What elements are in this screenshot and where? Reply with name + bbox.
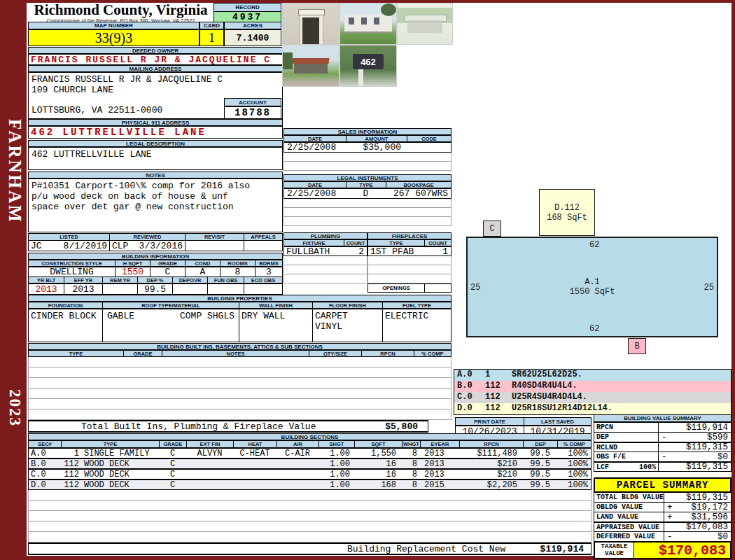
instr-date: 2/25/2008 [284,189,346,198]
code-sec: B.0 [454,381,485,392]
building-info-values-2: 2013 2013 99.5 [28,284,283,295]
reviewed-by: CLP [112,241,128,251]
map-number-label: MAP NUMBER [28,22,200,29]
construction-style-value: DWELLING [29,267,115,276]
row-rpcn: $210 [459,470,523,479]
section-empty-row [28,522,592,532]
sketch-section-a: 62 25 25 62 A.1 1550 SqFt [466,237,718,337]
fireplaces-empty-row [368,256,451,265]
row-shgt: 1.00 [318,480,354,489]
building-section-row: B.0 112WOOD DECK C 1.00 16 8 2013 $210 9… [28,458,592,469]
appeals-value [244,241,282,251]
building-section-row: C.0 112WOOD DECK C 1.00 16 8 2013 $210 9… [28,469,592,479]
section-empty-row [28,532,592,542]
rpcn-label: RPCN [459,441,523,447]
parcel-sign: + [667,512,673,522]
row-type-code: 112 [61,459,79,468]
remyr-label: REM YR [102,277,137,283]
built-ins-empty-row [28,357,451,368]
sketch-c-label: C [489,224,494,234]
photo-carport[interactable] [397,3,453,45]
built-ins-empty-row [28,368,451,378]
row-eyear: 2015 [420,480,459,489]
row-whgt: 8 [402,459,420,468]
building-section-row: A.0 1SINGLE FAMILY C ALVYN C-HEAT C-AIR … [28,448,592,458]
row-rpcn: $2,205 [459,480,523,489]
photo-outbuilding[interactable] [282,45,340,87]
floor-finish-label: FLOOR FINISH [312,302,382,308]
photo-mailbox[interactable]: 462 [340,45,397,87]
bdrms-value: 3 [255,267,282,276]
bi-notes-label: NOTES [162,351,309,356]
heat-label: HEAT [233,441,276,447]
legal-description-label: LEGAL DESCRIPTION [28,140,283,147]
fireplace-type-value: 1ST PFAB [368,247,424,255]
parcel-value: $0 [718,532,728,541]
map-number-value: 33(9)3 [28,29,200,46]
parcel-label: OBLDG VALUE [594,503,664,512]
row-heat [233,470,276,479]
bvs-sign: - [662,452,667,461]
row-type-code: 1 [61,449,79,458]
mailbox-number: 462 [353,54,384,69]
legal-instruments-band: LEGAL INSTRUMENTS [284,174,451,181]
red-roof [292,58,329,64]
depovr-label: DEPOVR [172,277,207,283]
roof-material-value: COMP SHGLS [180,311,234,321]
row-extfin [186,480,233,489]
tree [283,52,293,69]
building-value-summary-band: BUILDING VALUE SUMMARY [594,414,732,422]
hsqft-label: H SQFT [115,260,150,266]
photo-house-front[interactable] [340,3,397,45]
section-empty-row [28,500,592,511]
row-shgt: 1.00 [318,449,354,458]
sketch-codes: A.0 1 SR62U25L62D25. B.0 112 R40SD4R4U4L… [454,369,732,415]
record-value: 4937 [214,11,281,22]
row-dep: 99.5 [523,480,557,489]
county-header: Richmond County, Virginia Commissioner o… [28,3,214,22]
listed-by: JC [31,241,42,251]
instr-type-label: TYPE [346,182,386,188]
fireplaces-row: 1ST PFAB 1 [368,246,451,256]
effyr-label: EFF YR [64,277,102,283]
row-rpcn: $210 [459,459,523,468]
parcel-label: APPRAISED VALUE [594,523,664,531]
print-date-label: PRINT DATE [456,418,524,425]
row-grade: C [159,459,186,468]
photo-garage-door[interactable] [282,3,340,45]
plumbing-empty-row [284,274,368,284]
account-value: 18788 [224,106,281,119]
fuel-type-value: ELECTRIC [382,309,451,342]
carport-bay [407,20,442,33]
mailing-line-1: FRANCIS RUSSELL R JR & JACQUELINE C [31,74,223,85]
row-grade: C [159,470,186,479]
bi-rpcn-label: RPCN [361,351,414,356]
tax-year-label: 2023 [6,389,24,427]
building-info-header-1: CONSTRUCTION STYLE H SQFT GRADE COND ROO… [28,260,283,267]
row-sqft: 16 [354,470,402,479]
floor-finish-value-1: CARPET [315,311,348,321]
wall-finish-label: WALL FINISH [239,302,312,308]
fireplace-count-value: 1 [424,247,451,255]
sketch-a-dim-bottom: 62 [589,324,599,334]
bvs-label: OBS F/E [594,452,659,461]
bvs-label: RPCN [594,423,659,432]
rooms-label: ROOMS [220,260,255,266]
extfin-label: EXT FIN [186,441,233,447]
plumbing-row: FULLBATH 2 [284,246,368,256]
dep-pct-value: 99.5 [137,284,172,294]
section-empty-row [28,511,592,522]
row-type-name: WOOD DECK [84,480,130,489]
sales-header: DATE AMOUNT CODE [284,135,451,142]
fixture-label: FIXTURE [284,240,344,246]
door-sign [298,9,325,15]
sales-amount: $35,000 [346,143,407,152]
built-ins-header: TYPE GRADE NOTES QTY/SIZE RPCN % COMP [28,350,451,357]
row-type-name: WOOD DECK [84,470,130,479]
row-eyear: 2013 [420,459,459,468]
building-body [294,64,328,74]
fireplaces-header: TYPE COUNT [368,239,451,246]
funobs-value [207,284,244,294]
shgt-label: SHGT [318,441,354,447]
row-eyear: 2013 [420,470,459,479]
